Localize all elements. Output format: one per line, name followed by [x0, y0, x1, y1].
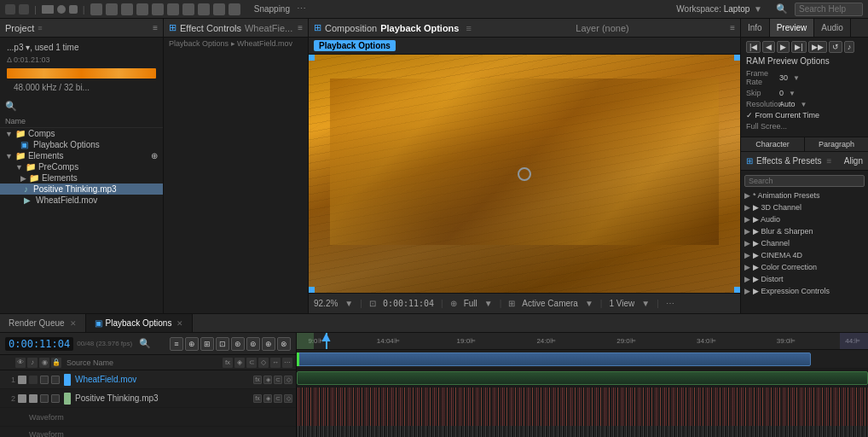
effect-group-color[interactable]: ▶ ▶ Color Correction: [741, 261, 868, 273]
toolbar-icon-6[interactable]: [90, 3, 102, 15]
comp-quality-dropdown[interactable]: ▼: [484, 299, 493, 308]
toolbar-icon-1[interactable]: [5, 4, 15, 15]
layer-audio-2[interactable]: [29, 394, 38, 403]
layer-fx-1[interactable]: fx: [253, 376, 262, 384]
tl-ctrl-8[interactable]: ⊗: [277, 337, 291, 351]
effects-search-input[interactable]: [744, 175, 865, 187]
effect-controls-menu[interactable]: ≡: [298, 23, 303, 32]
layer-vis-2[interactable]: [18, 394, 26, 403]
effect-group-cinema[interactable]: ▶ ▶ CINEMA 4D: [741, 249, 868, 261]
tab-playback-options[interactable]: ▣ Playback Options ✕: [86, 314, 194, 332]
effect-group-channel[interactable]: ▶ ▶ Channel: [741, 237, 868, 249]
layer-vis-1[interactable]: [18, 376, 26, 384]
layer-blend-2[interactable]: ◈: [263, 394, 272, 403]
composition-menu[interactable]: ≡: [730, 23, 735, 32]
layer-solo-1[interactable]: [40, 376, 49, 384]
toolbar-icon-2[interactable]: [19, 4, 29, 15]
layer-audio-1[interactable]: [29, 376, 38, 384]
toolbar-icon-15[interactable]: [229, 3, 240, 15]
video-clip-1[interactable]: [297, 353, 811, 366]
timeline-timecode[interactable]: 0:00:11:04: [5, 337, 73, 351]
comp-fit-icon[interactable]: ⊡: [369, 299, 376, 308]
layer-lock-1[interactable]: [51, 376, 60, 384]
tree-item-precomps[interactable]: ▼ 📁 PreComps: [0, 161, 163, 172]
tree-item-playback[interactable]: ▣ Playback Options: [0, 139, 163, 150]
preview-prev-frame-btn[interactable]: ◀: [762, 41, 775, 53]
toolbar-icon-14[interactable]: [213, 3, 225, 15]
add-item-icon[interactable]: ⊕: [151, 151, 158, 160]
search-input[interactable]: [795, 3, 863, 16]
comp-more-icon[interactable]: ⋯: [666, 299, 674, 308]
tree-label-elements: Elements: [28, 151, 64, 160]
layer-fx-2[interactable]: fx: [253, 394, 262, 403]
tab-preview[interactable]: Preview: [770, 19, 815, 37]
tl-ctrl-1[interactable]: ≡: [170, 337, 183, 351]
tab-info[interactable]: Info: [741, 19, 770, 37]
render-queue-close[interactable]: ✕: [70, 319, 77, 328]
effect-group-audio[interactable]: ▶ ▶ Audio: [741, 213, 868, 225]
paragraph-tab[interactable]: Paragraph: [805, 140, 868, 149]
preview-skip-end-btn[interactable]: ▶▶: [808, 41, 827, 53]
resolution-dropdown[interactable]: ▼: [801, 101, 807, 108]
character-tab[interactable]: Character: [741, 140, 804, 149]
toolbar-icon-5[interactable]: [69, 5, 78, 14]
preview-skip-start-btn[interactable]: |◀: [746, 41, 761, 53]
timeline-ruler[interactable]: 9:0⊫ 14:04⊫ 19:0⊫ 24:0⊫ 29:0⊫ 34:0⊫ 39:0…: [297, 333, 868, 350]
comp-camera-dropdown[interactable]: ▼: [585, 299, 593, 308]
comp-quality-icon[interactable]: ⊕: [450, 299, 457, 308]
tree-item-elements[interactable]: ▼ 📁 Elements ⊕: [0, 150, 163, 161]
preview-audio-btn[interactable]: ♪: [844, 41, 855, 53]
toolbar-icon-12[interactable]: [182, 3, 194, 15]
layer-keys-1[interactable]: ◇: [284, 376, 292, 384]
effect-group-expression[interactable]: ▶ ▶ Expression Controls: [741, 285, 868, 297]
effect-group-blur[interactable]: ▶ ▶ Blur & Sharpen: [741, 225, 868, 237]
layer-parent-1[interactable]: ⊂: [274, 376, 282, 384]
tree-item-elements2[interactable]: ▶ 📁 Elements: [0, 172, 163, 184]
tab-render-queue[interactable]: Render Queue ✕: [0, 314, 86, 332]
tab-audio[interactable]: Audio: [814, 19, 851, 37]
tl-ctrl-5[interactable]: ⊛: [231, 337, 245, 351]
toolbar-icon-9[interactable]: [136, 3, 148, 15]
tl-ctrl-2[interactable]: ⊕: [185, 337, 199, 351]
layer-keys-2[interactable]: ◇: [284, 394, 292, 403]
toolbar-icon-3[interactable]: [42, 5, 54, 14]
audio-clip-1[interactable]: [297, 371, 868, 385]
tree-item-video[interactable]: ▶ WheatField.mov: [0, 195, 163, 206]
comp-views-dropdown[interactable]: ▼: [641, 299, 650, 308]
tl-ctrl-6[interactable]: ⊚: [246, 337, 260, 351]
preview-framerate-row: Frame Rate 30 ▼: [746, 69, 863, 86]
tl-ctrl-3[interactable]: ⊞: [200, 337, 214, 351]
effect-group-animation[interactable]: ▶ * Animation Presets: [741, 189, 868, 201]
skip-dropdown[interactable]: ▼: [789, 90, 796, 97]
toolbar-icon-11[interactable]: [167, 3, 179, 15]
tl-ctrl-7[interactable]: ⊕: [262, 337, 275, 351]
preview-loop-btn[interactable]: ↺: [829, 41, 842, 53]
tl-ctrl-4[interactable]: ⊡: [216, 337, 229, 351]
comp-zoom-dropdown[interactable]: ▼: [344, 299, 353, 308]
tree-item-audio[interactable]: ♪ Positive Thinking.mp3: [0, 184, 163, 195]
effect-group-distort[interactable]: ▶ ▶ Distort: [741, 273, 868, 285]
toolbar-icon-8[interactable]: [121, 3, 133, 15]
toolbar-icon-13[interactable]: [198, 3, 210, 15]
toolbar-icon-4[interactable]: [57, 5, 66, 14]
ruler-label-5: 34:0⊫: [697, 337, 716, 345]
layer-solo-2[interactable]: [40, 394, 49, 403]
effect-group-cinema-label: ▶ CINEMA 4D: [753, 251, 802, 259]
framerate-dropdown[interactable]: ▼: [793, 74, 800, 82]
comp-zoom: 92.2%: [314, 299, 338, 308]
comp-grid-icon[interactable]: ⊞: [508, 299, 515, 308]
toolbar-icon-7[interactable]: [106, 3, 118, 15]
effect-group-3d[interactable]: ▶ ▶ 3D Channel: [741, 201, 868, 213]
project-panel-menu[interactable]: ≡: [153, 23, 158, 32]
layer-controls-right-2: fx ◈ ⊂ ◇: [253, 394, 292, 403]
layer-lock-2[interactable]: [51, 394, 60, 403]
comp-video-area[interactable]: [309, 55, 740, 293]
playback-tab-close[interactable]: ✕: [176, 319, 183, 328]
toolbar-icon-10[interactable]: [152, 3, 164, 15]
preview-next-frame-btn[interactable]: ▶|: [791, 41, 806, 53]
preview-play-btn[interactable]: ▶: [777, 41, 790, 53]
layer-parent-2[interactable]: ⊂: [274, 394, 282, 403]
layer-blend-1[interactable]: ◈: [263, 376, 272, 384]
tree-item-comps[interactable]: ▼ 📁 Comps: [0, 128, 163, 139]
workspace-dropdown-icon[interactable]: ▼: [754, 4, 762, 14]
